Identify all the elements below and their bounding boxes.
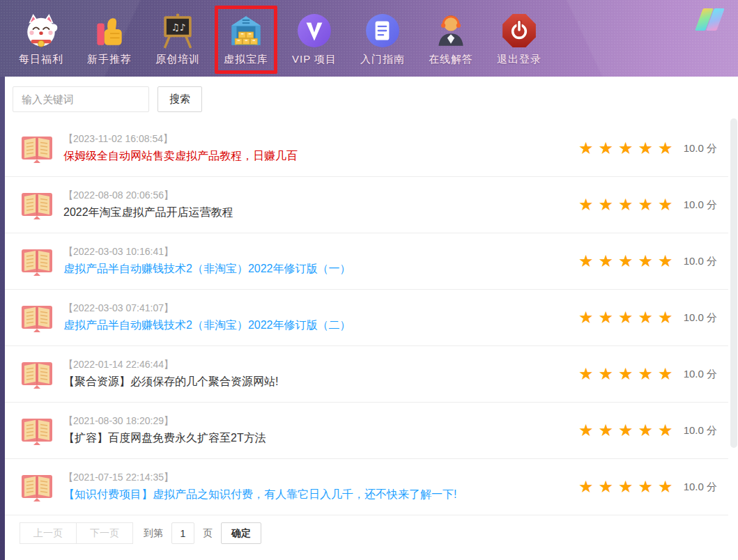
item-date: 【2021-08-30 18:20:29】 [63, 415, 567, 428]
item-rating: ★★★★★ 10.0 分 [578, 479, 717, 495]
thumbs-up-icon [91, 12, 128, 49]
item-score: 10.0 分 [684, 368, 717, 381]
nav-item-newbie-recommend[interactable]: 新手推荐 [78, 6, 141, 74]
item-title-link[interactable]: 【知识付费项目】虚拟产品之知识付费，有人靠它日入几千，还不快来了解一下! [63, 488, 567, 502]
search-button[interactable]: 搜索 [157, 86, 202, 112]
nav-item-label: 入门指南 [360, 53, 405, 66]
goto-page-prefix-label: 到第 [144, 527, 163, 540]
item-rating: ★★★★★ 10.0 分 [578, 366, 717, 382]
item-score: 10.0 分 [684, 199, 717, 212]
search-bar: 搜索 [5, 77, 738, 120]
star-rating-icons: ★★★★★ [578, 196, 678, 213]
customer-service-icon [432, 12, 470, 49]
blackboard-icon: ♫♪ [159, 12, 197, 49]
item-date: 【2022-01-14 22:46:44】 [63, 359, 567, 371]
vip-badge-icon [295, 12, 333, 49]
nav-item-label: 退出登录 [497, 53, 541, 66]
nav-item-original-training[interactable]: ♫♪ 原创培训 [146, 6, 209, 74]
nav-item-daily-welfare[interactable]: 每日福利 [10, 6, 72, 74]
item-rating: ★★★★★ 10.0 分 [578, 422, 717, 439]
book-icon [20, 245, 54, 277]
item-score: 10.0 分 [684, 255, 717, 268]
item-title-link[interactable]: 保姆级全自动网站售卖虚拟产品教程，日赚几百 [63, 149, 567, 164]
star-rating-icons: ★★★★★ [578, 140, 678, 157]
item-date: 【2023-11-02 16:08:54】 [63, 133, 567, 146]
pagination: 上一页 下一页 到第 页 确定 [20, 522, 738, 544]
item-rating: ★★★★★ 10.0 分 [578, 140, 717, 157]
item-score: 10.0 分 [684, 424, 717, 437]
goto-page-suffix-label: 页 [203, 527, 213, 540]
nav-item-getting-started[interactable]: 入门指南 [351, 6, 414, 74]
star-rating-icons: ★★★★★ [578, 309, 678, 326]
nav-item-logout[interactable]: 退出登录 [488, 6, 551, 74]
nav-item-label: 虚拟宝库 [224, 53, 268, 66]
search-input[interactable] [13, 86, 149, 112]
nav-item-online-qa[interactable]: 在线解答 [420, 6, 482, 74]
nav-item-vip-project[interactable]: VIP 项目 [283, 6, 346, 74]
item-date: 【2022-03-03 07:41:07】 [63, 302, 567, 315]
list-item: 【2022-08-08 20:06:56】 2022年淘宝虚拟产品开店运营教程 … [5, 177, 728, 233]
power-icon [500, 12, 538, 49]
nav-item-label: 原创培训 [155, 53, 200, 66]
main-nav: 每日福利 新手推荐 ♫♪ 原创培训 虚拟宝库 VIP 项目 入门指南 [10, 6, 556, 74]
page-number-input[interactable] [171, 522, 194, 544]
book-icon [20, 358, 54, 390]
guide-doc-icon [364, 12, 401, 49]
svg-text:♫♪: ♫♪ [171, 22, 186, 33]
item-score: 10.0 分 [684, 142, 717, 155]
nav-item-label: 在线解答 [429, 53, 473, 66]
article-list: 【2023-11-02 16:08:54】 保姆级全自动网站售卖虚拟产品教程，日… [5, 120, 728, 515]
item-title-link[interactable]: 2022年淘宝虚拟产品开店运营教程 [63, 205, 567, 220]
content-panel: 搜索 【2023-11-02 16:08:54】 保姆级全自动网站售卖虚拟产品教… [5, 77, 738, 560]
nav-item-label: VIP 项目 [292, 53, 337, 66]
site-logo [698, 8, 725, 32]
nav-item-label: 每日福利 [19, 53, 63, 66]
item-score: 10.0 分 [684, 311, 717, 325]
item-title-link[interactable]: 虚拟产品半自动赚钱技术2（非淘宝）2022年修订版（一） [63, 262, 567, 277]
item-title-link[interactable]: 【扩容】百度网盘免费永久扩容至2T方法 [63, 431, 567, 446]
lucky-cat-icon [22, 12, 60, 49]
item-rating: ★★★★★ 10.0 分 [578, 309, 717, 326]
item-date: 【2022-08-08 20:06:56】 [63, 189, 567, 202]
confirm-page-button[interactable]: 确定 [221, 522, 261, 544]
book-icon [20, 189, 54, 221]
scrollbar-thumb[interactable] [730, 118, 737, 448]
book-icon [20, 132, 54, 164]
next-page-button[interactable]: 下一页 [76, 522, 133, 544]
item-rating: ★★★★★ 10.0 分 [578, 253, 717, 270]
book-icon [20, 471, 54, 503]
star-rating-icons: ★★★★★ [578, 422, 678, 439]
prev-page-button[interactable]: 上一页 [20, 522, 77, 544]
item-date: 【2021-07-15 22:14:35】 [63, 472, 567, 484]
list-item: 【2021-08-30 18:20:29】 【扩容】百度网盘免费永久扩容至2T方… [5, 403, 728, 459]
top-nav-bar: 每日福利 新手推荐 ♫♪ 原创培训 虚拟宝库 VIP 项目 入门指南 [0, 0, 738, 77]
list-item: 【2021-07-15 22:14:35】 【知识付费项目】虚拟产品之知识付费，… [5, 459, 728, 515]
nav-item-label: 新手推荐 [87, 53, 132, 66]
star-rating-icons: ★★★★★ [578, 366, 678, 382]
star-rating-icons: ★★★★★ [578, 253, 678, 270]
item-title-link[interactable]: 【聚合资源】必须保存的几个聚合资源网站! [63, 375, 567, 389]
nav-item-virtual-treasury[interactable]: 虚拟宝库 [215, 6, 277, 74]
book-icon [20, 302, 54, 334]
item-rating: ★★★★★ 10.0 分 [578, 196, 717, 213]
star-rating-icons: ★★★★★ [578, 479, 678, 495]
item-title-link[interactable]: 虚拟产品半自动赚钱技术2（非淘宝）2022年修订版（二） [63, 318, 567, 333]
item-score: 10.0 分 [684, 481, 717, 494]
book-icon [20, 414, 54, 446]
warehouse-icon [227, 12, 265, 49]
item-date: 【2022-03-03 10:16:41】 [63, 246, 567, 258]
list-item: 【2023-11-02 16:08:54】 保姆级全自动网站售卖虚拟产品教程，日… [5, 120, 728, 177]
list-item: 【2022-03-03 10:16:41】 虚拟产品半自动赚钱技术2（非淘宝）2… [5, 233, 728, 290]
list-item: 【2022-03-03 07:41:07】 虚拟产品半自动赚钱技术2（非淘宝）2… [5, 290, 728, 346]
list-item: 【2022-01-14 22:46:44】 【聚合资源】必须保存的几个聚合资源网… [5, 346, 728, 403]
